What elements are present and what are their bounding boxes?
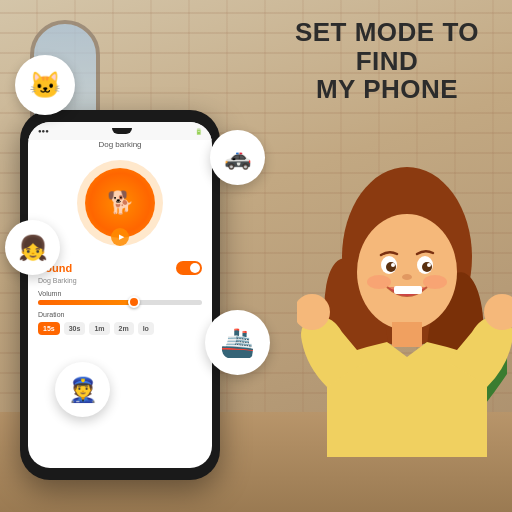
police-car-emoji: 🚓 [224, 145, 251, 171]
duration-2m[interactable]: 2m [114, 322, 134, 335]
title-area: SET MODE TO FIND MY PHONE [272, 18, 502, 104]
volume-label: Volumn [38, 290, 202, 297]
slider-thumb[interactable] [128, 296, 140, 308]
svg-point-13 [422, 262, 432, 272]
person [297, 157, 512, 457]
duration-lo[interactable]: lo [138, 322, 154, 335]
floating-ship-circle: 🚢 [205, 310, 270, 375]
signal-icon: ●●● [38, 128, 49, 134]
ship-emoji: 🚢 [220, 326, 255, 359]
duration-label: Duration [38, 311, 202, 318]
svg-point-14 [391, 263, 395, 267]
svg-point-12 [386, 262, 396, 272]
svg-point-17 [367, 275, 391, 289]
svg-rect-20 [392, 322, 422, 347]
play-icon: ▶ [119, 233, 124, 241]
girl-emoji: 👧 [18, 234, 48, 262]
police-emoji: 👮 [68, 376, 98, 404]
svg-point-18 [423, 275, 447, 289]
floating-cat-circle: 🐱 [15, 55, 75, 115]
dog-label: Dog barking [28, 140, 212, 149]
sound-header: Sound [38, 261, 202, 275]
dog-icon: 🐕 [107, 190, 134, 216]
sound-subtitle: Dog Barking [38, 277, 202, 284]
orange-circle-area[interactable]: 🐕 ▶ [28, 153, 212, 243]
sound-ring[interactable]: 🐕 ▶ [85, 168, 155, 238]
title-line2: MY PHONE [272, 75, 502, 104]
phone-screen: ●●● 🔋 Dog barking 🐕 ▶ Sound Dog Barking … [28, 122, 212, 468]
sound-toggle[interactable] [176, 261, 202, 275]
floating-car-circle: 🚓 [210, 130, 265, 185]
phone-mockup: ●●● 🔋 Dog barking 🐕 ▶ Sound Dog Barking … [20, 110, 220, 480]
svg-point-19 [402, 274, 412, 280]
status-bar: ●●● 🔋 [28, 122, 212, 140]
sound-section: Sound Dog Barking Volumn Duration 15s 30… [28, 255, 212, 341]
cat-emoji: 🐱 [29, 70, 61, 101]
slider-fill [38, 300, 136, 305]
svg-point-9 [357, 214, 457, 330]
play-button[interactable]: ▶ [111, 228, 129, 246]
duration-1m[interactable]: 1m [89, 322, 109, 335]
notch [112, 128, 132, 134]
duration-options: 15s 30s 1m 2m lo [38, 322, 202, 335]
floating-girl-circle: 👧 [5, 220, 60, 275]
floating-police-circle: 👮 [55, 362, 110, 417]
duration-15s[interactable]: 15s [38, 322, 60, 335]
volume-slider[interactable] [38, 300, 202, 305]
title-line1: SET MODE TO FIND [272, 18, 502, 75]
duration-30s[interactable]: 30s [64, 322, 86, 335]
svg-rect-16 [394, 286, 422, 294]
battery-icon: 🔋 [195, 128, 202, 135]
svg-point-15 [427, 263, 431, 267]
